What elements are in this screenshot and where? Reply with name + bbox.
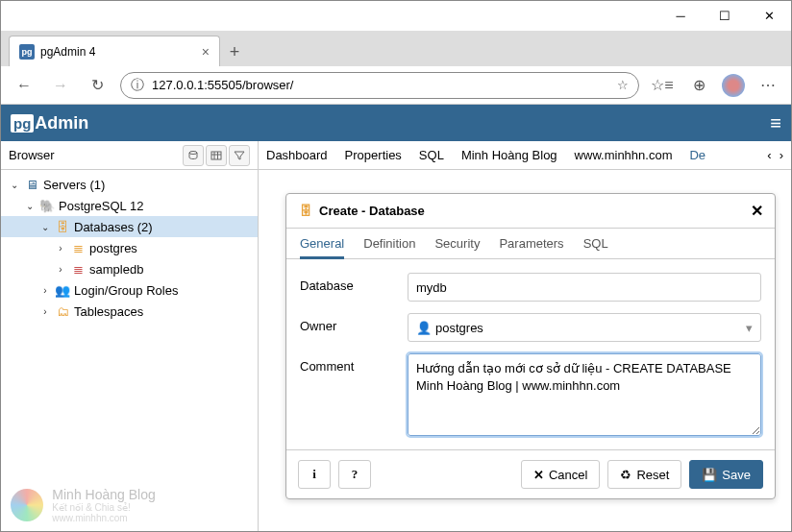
tool-filter[interactable] (229, 145, 250, 166)
object-tree: ⌄ 🖥 Servers (1) ⌄ 🐘 PostgreSQL 12 ⌄ 🗄 Da… (1, 170, 258, 532)
recycle-icon: ♻ (620, 468, 631, 482)
owner-value: postgres (435, 321, 483, 335)
tab-blog[interactable]: Minh Hoàng Blog (461, 148, 557, 162)
dialog-titlebar: 🗄 Create - Database ✕ (286, 194, 775, 229)
tabs-scroll-left[interactable]: ‹ (767, 148, 771, 162)
dialog-footer: i ? ✕Cancel ♻Reset 💾Save (286, 449, 775, 498)
label-database: Database (300, 273, 396, 293)
pgadmin-logo[interactable]: pgAdmin (11, 113, 88, 133)
browser-addressbar: ← → ↻ ⓘ 127.0.0.1:55505/browser/ ☆ ☆≡ ⊕ … (1, 66, 791, 105)
owner-select[interactable]: 👤 postgres (408, 313, 761, 342)
database-name-input[interactable] (408, 273, 761, 302)
close-icon[interactable]: × (202, 44, 210, 60)
sidebar-title: Browser (9, 148, 55, 162)
dlg-tab-parameters[interactable]: Parameters (499, 236, 563, 258)
browser-sidebar: Browser ⌄ 🖥 Servers (1) ⌄ 🐘 PostgreSQL 1… (1, 141, 259, 532)
save-button[interactable]: 💾Save (689, 460, 763, 489)
database-group-icon: 🗄 (55, 220, 70, 234)
address-field[interactable]: ⓘ 127.0.0.1:55505/browser/ ☆ (120, 72, 639, 99)
reload-button[interactable]: ↻ (84, 72, 111, 99)
tree-databases[interactable]: ⌄ 🗄 Databases (2) (1, 216, 258, 237)
hamburger-icon[interactable]: ≡ (770, 112, 781, 134)
caret-right-icon[interactable]: › (39, 306, 51, 317)
tree-postgresql12[interactable]: ⌄ 🐘 PostgreSQL 12 (1, 195, 258, 216)
bookmark-icon[interactable]: ☆ (617, 78, 629, 92)
caret-right-icon[interactable]: › (39, 285, 51, 296)
database-icon: ≣ (70, 241, 86, 255)
database-icon: 🗄 (298, 204, 313, 218)
tabs-scroll-right[interactable]: › (780, 148, 783, 162)
dlg-tab-general[interactable]: General (300, 236, 344, 259)
tab-truncated[interactable]: De (689, 148, 705, 162)
browser-menu-icon[interactable]: ⋯ (755, 72, 781, 99)
dlg-tab-sql[interactable]: SQL (583, 236, 608, 258)
comment-textarea[interactable] (408, 353, 761, 436)
reset-button[interactable]: ♻Reset (607, 460, 681, 489)
caret-down-icon[interactable]: ⌄ (9, 180, 20, 190)
info-button[interactable]: i (298, 460, 331, 489)
server-icon: 🖥 (24, 178, 39, 192)
tool-view-data[interactable] (206, 145, 227, 166)
dialog-close-button[interactable]: ✕ (751, 202, 763, 220)
svg-rect-1 (211, 152, 221, 159)
tab-minhhn[interactable]: www.minhhn.com (575, 148, 673, 162)
content-panel: Dashboard Properties SQL Minh Hoàng Blog… (259, 141, 791, 532)
browser-tab-pgadmin[interactable]: pg pgAdmin 4 × (9, 36, 220, 66)
collections-icon[interactable]: ⊕ (685, 72, 712, 99)
tab-properties[interactable]: Properties (345, 148, 402, 162)
back-button[interactable]: ← (11, 72, 37, 99)
dlg-tab-security[interactable]: Security (434, 236, 480, 258)
window-maximize[interactable]: ☐ (703, 1, 747, 32)
window-titlebar: ─ ☐ ✕ (1, 1, 791, 32)
pgadmin-topbar: pgAdmin ≡ (1, 105, 791, 141)
new-tab-button[interactable]: + (220, 37, 249, 66)
tab-dashboard[interactable]: Dashboard (266, 148, 328, 162)
forward-button[interactable]: → (47, 72, 74, 99)
tablespace-icon: 🗂 (55, 304, 70, 319)
tab-sql[interactable]: SQL (419, 148, 444, 162)
watermark: Minh Hoàng Blog Kết nối & Chia sẻ! www.m… (11, 487, 156, 523)
close-icon: ✕ (533, 468, 544, 482)
tree-db-postgres[interactable]: › ≣ postgres (1, 237, 258, 258)
content-tabstrip: Dashboard Properties SQL Minh Hoàng Blog… (259, 141, 791, 170)
browser-tabbar: pg pgAdmin 4 × + (1, 32, 791, 66)
elephant-icon: 🐘 (39, 199, 55, 213)
tool-query[interactable] (183, 145, 204, 166)
url-text: 127.0.0.1:55505/browser/ (152, 78, 293, 92)
site-info-icon[interactable]: ⓘ (131, 77, 144, 94)
tree-db-sampledb[interactable]: › ≣ sampledb (1, 258, 258, 279)
tab-title: pgAdmin 4 (40, 45, 95, 59)
caret-down-icon[interactable]: ⌄ (24, 201, 36, 211)
caret-right-icon[interactable]: › (55, 243, 66, 254)
main-area: Browser ⌄ 🖥 Servers (1) ⌄ 🐘 PostgreSQL 1… (1, 141, 791, 532)
user-icon: 👤 (416, 321, 432, 335)
label-comment: Comment (300, 353, 396, 374)
label-owner: Owner (300, 313, 396, 333)
dialog-tabs: General Definition Security Parameters S… (286, 229, 775, 259)
window-minimize[interactable]: ─ (658, 1, 703, 32)
pgadmin-favicon: pg (19, 44, 35, 60)
create-database-dialog: 🗄 Create - Database ✕ General Definition… (285, 193, 776, 499)
profile-avatar[interactable] (722, 74, 745, 97)
caret-right-icon[interactable]: › (55, 264, 66, 275)
tree-roles[interactable]: › 👥 Login/Group Roles (1, 279, 258, 301)
dialog-title: Create - Database (319, 204, 425, 218)
tree-tablespaces[interactable]: › 🗂 Tablespaces (1, 301, 258, 322)
svg-point-0 (189, 151, 197, 154)
help-button[interactable]: ? (338, 460, 371, 489)
tree-servers[interactable]: ⌄ 🖥 Servers (1) (1, 174, 258, 195)
database-icon: ≣ (70, 262, 86, 277)
window-close[interactable]: ✕ (747, 1, 791, 32)
caret-down-icon[interactable]: ⌄ (39, 222, 51, 232)
save-icon: 💾 (702, 468, 717, 482)
sidebar-header: Browser (1, 141, 258, 170)
dlg-tab-definition[interactable]: Definition (363, 236, 415, 258)
favorites-icon[interactable]: ☆≡ (649, 72, 676, 99)
watermark-logo (11, 489, 43, 521)
cancel-button[interactable]: ✕Cancel (521, 460, 600, 489)
roles-icon: 👥 (55, 283, 70, 298)
